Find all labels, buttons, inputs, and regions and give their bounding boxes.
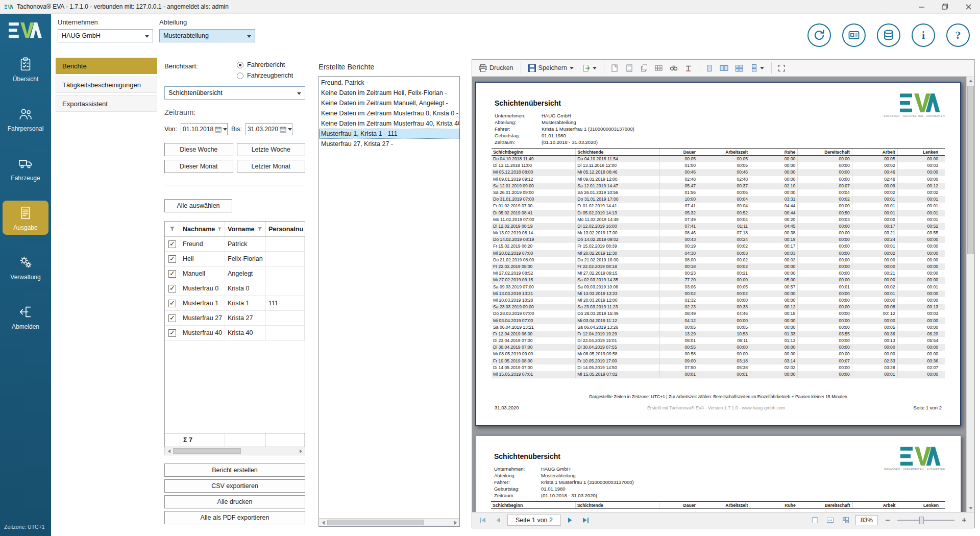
report-list-item[interactable]: Keine Daten im Zeitraum Manuell, Angeleg… bbox=[319, 98, 459, 108]
column-header-vorname[interactable]: Vorname bbox=[225, 222, 266, 236]
scroll-down-arrow[interactable] bbox=[967, 504, 974, 512]
calendar-icon[interactable] bbox=[215, 126, 222, 133]
radio-fahrerbericht[interactable]: Fahrerbericht bbox=[237, 61, 293, 68]
zoom-slider[interactable] bbox=[897, 520, 954, 521]
facing-pages-view-icon[interactable] bbox=[719, 62, 730, 74]
zoom-mode-icon[interactable] bbox=[840, 515, 851, 526]
person-row-checkbox[interactable] bbox=[168, 255, 176, 263]
person-row-checkbox[interactable] bbox=[168, 300, 176, 307]
database-button[interactable] bbox=[877, 23, 900, 47]
sidebar-item-uebersicht[interactable]: Übersicht bbox=[3, 52, 48, 86]
last-month-button[interactable]: Letzter Monat bbox=[237, 160, 306, 173]
person-row-checkbox[interactable] bbox=[168, 270, 176, 278]
copy-page-icon[interactable] bbox=[639, 62, 650, 74]
person-row-checkbox[interactable] bbox=[168, 314, 176, 322]
scrollbar-thumb[interactable] bbox=[173, 448, 241, 454]
print-all-button[interactable]: Alle drucken bbox=[164, 495, 305, 508]
scroll-up-arrow[interactable] bbox=[967, 77, 974, 85]
person-row-checkbox[interactable] bbox=[168, 285, 176, 293]
zoom-level[interactable]: 83% bbox=[855, 515, 878, 525]
nav-item-berichte[interactable]: Berichte bbox=[56, 58, 157, 74]
scroll-right-arrow[interactable] bbox=[451, 519, 459, 526]
column-header-personalnummer[interactable]: Personalnu bbox=[266, 222, 305, 236]
find-icon[interactable] bbox=[668, 62, 679, 74]
person-table-row[interactable]: Musterfrau 1 Krista 1 111 bbox=[165, 296, 305, 311]
filter-column-header[interactable] bbox=[165, 222, 180, 236]
sidebar-item-fahrpersonal[interactable]: Fahrpersonal bbox=[3, 102, 48, 136]
person-table-row[interactable]: Musterfrau 0 Krista 0 bbox=[165, 281, 305, 296]
next-page-button[interactable] bbox=[564, 515, 576, 526]
fullscreen-icon[interactable] bbox=[776, 62, 788, 74]
report-list-item[interactable]: Musterfrau 27, Krista 27 - bbox=[319, 139, 459, 149]
export-button[interactable] bbox=[580, 63, 599, 74]
reports-list-hscrollbar[interactable] bbox=[319, 518, 459, 526]
create-report-button[interactable]: Bericht erstellen bbox=[164, 464, 305, 477]
sidebar-item-verwaltung[interactable]: Verwaltung bbox=[3, 250, 48, 284]
save-button[interactable]: Speichern bbox=[526, 63, 576, 74]
export-csv-button[interactable]: CSV exportieren bbox=[164, 479, 305, 493]
company-select[interactable]: HAUG GmbH bbox=[58, 29, 153, 42]
previous-page-button[interactable] bbox=[492, 515, 504, 526]
shift-table-row: Mi 09.01.2019 09:12Mi 09.01.2019 12:0002… bbox=[492, 176, 945, 183]
radio-fahrzeugbericht[interactable]: Fahrzeugbericht bbox=[237, 72, 293, 79]
report-list-item[interactable]: Musterfrau 1, Krista 1 - 111 bbox=[319, 129, 459, 139]
zoom-slider-thumb[interactable] bbox=[919, 517, 924, 524]
report-list-item[interactable]: Keine Daten im Zeitraum Heil, Felix-Flor… bbox=[319, 88, 459, 98]
report-kind-select[interactable]: Schichtenübersicht bbox=[164, 86, 305, 100]
multi-page-view-icon[interactable] bbox=[733, 62, 745, 74]
person-table-row[interactable]: Musterfrau 27 Krista 27 bbox=[165, 311, 305, 326]
person-row-checkbox[interactable] bbox=[168, 329, 176, 337]
sidebar-item-fahrzeuge[interactable]: Fahrzeuge bbox=[3, 151, 48, 185]
minimize-button[interactable] bbox=[910, 0, 933, 13]
scrollbar-thumb[interactable] bbox=[967, 86, 974, 254]
export-all-pdf-button[interactable]: Alle als PDF exportieren bbox=[164, 511, 305, 524]
zoom-out-button[interactable] bbox=[882, 515, 893, 526]
sidebar-item-abmelden[interactable]: Abmelden bbox=[3, 300, 48, 334]
this-month-button[interactable]: Dieser Monat bbox=[164, 160, 233, 173]
last-page-button[interactable] bbox=[579, 515, 592, 526]
select-all-button[interactable]: Alle auswählen bbox=[164, 199, 232, 212]
person-table-row[interactable]: Manuell Angelegt bbox=[165, 266, 305, 281]
report-list-item[interactable]: Keine Daten im Zeitraum Musterfrau 40, K… bbox=[319, 118, 459, 129]
scroll-right-arrow[interactable] bbox=[297, 447, 305, 455]
continuous-view-button[interactable] bbox=[748, 63, 767, 74]
first-page-button[interactable] bbox=[477, 515, 489, 526]
shift-table-row: Fr 15.02.2019 08:20Fr 15.02.2019 08:3900… bbox=[492, 243, 945, 250]
refresh-button[interactable] bbox=[807, 23, 831, 47]
help-button[interactable]: ? bbox=[946, 23, 970, 47]
person-table-row[interactable]: Heil Felix-Florian bbox=[165, 252, 305, 266]
report-list-item[interactable]: Keine Daten im Zeitraum Musterfrau 0, Kr… bbox=[319, 108, 459, 118]
scrollbar-thumb[interactable] bbox=[327, 520, 424, 525]
person-table-hscrollbar[interactable] bbox=[164, 447, 305, 455]
close-button[interactable] bbox=[957, 0, 980, 13]
nav-item-taetigkeitsbescheinigungen[interactable]: Tätigkeitsbescheinigungen bbox=[56, 77, 157, 93]
last-week-button[interactable]: Letzte Woche bbox=[237, 143, 306, 156]
fit-page-icon[interactable] bbox=[810, 515, 821, 526]
sidebar-item-ausgabe[interactable]: Ausgabe bbox=[3, 201, 48, 235]
person-table-row[interactable]: Musterfrau 40 Krista 40 bbox=[165, 326, 305, 340]
department-select[interactable]: Musterabteilung bbox=[159, 29, 255, 42]
to-date-input[interactable]: 31.03.2020 bbox=[246, 123, 292, 135]
from-date-input[interactable]: 01.10.2018 bbox=[181, 123, 228, 135]
table-layout-icon[interactable] bbox=[653, 62, 665, 74]
this-week-button[interactable]: Diese Woche bbox=[164, 143, 233, 156]
column-header-nachname[interactable]: Nachname bbox=[180, 222, 225, 236]
scroll-left-arrow[interactable] bbox=[319, 519, 327, 526]
text-tool-icon[interactable] bbox=[683, 62, 694, 74]
header-footer-icon[interactable] bbox=[624, 62, 635, 74]
fit-width-icon[interactable] bbox=[825, 515, 836, 526]
calendar-icon[interactable] bbox=[280, 126, 286, 133]
page-settings-icon[interactable] bbox=[609, 62, 620, 74]
person-table-row[interactable]: Freund Patrick bbox=[165, 237, 305, 252]
single-page-view-icon[interactable] bbox=[704, 62, 715, 74]
restore-button[interactable] bbox=[933, 0, 957, 13]
print-button[interactable]: Drucken bbox=[476, 63, 516, 74]
scroll-left-arrow[interactable] bbox=[165, 447, 173, 455]
report-list-item[interactable]: Freund, Patrick - bbox=[319, 78, 459, 88]
preview-vscrollbar[interactable] bbox=[966, 77, 974, 512]
zoom-in-button[interactable] bbox=[959, 515, 970, 526]
nav-item-exportassistent[interactable]: Exportassistent bbox=[56, 95, 157, 112]
info-button[interactable]: i bbox=[912, 23, 935, 47]
person-row-checkbox[interactable] bbox=[168, 240, 176, 248]
chipcard-button[interactable] bbox=[842, 23, 866, 47]
